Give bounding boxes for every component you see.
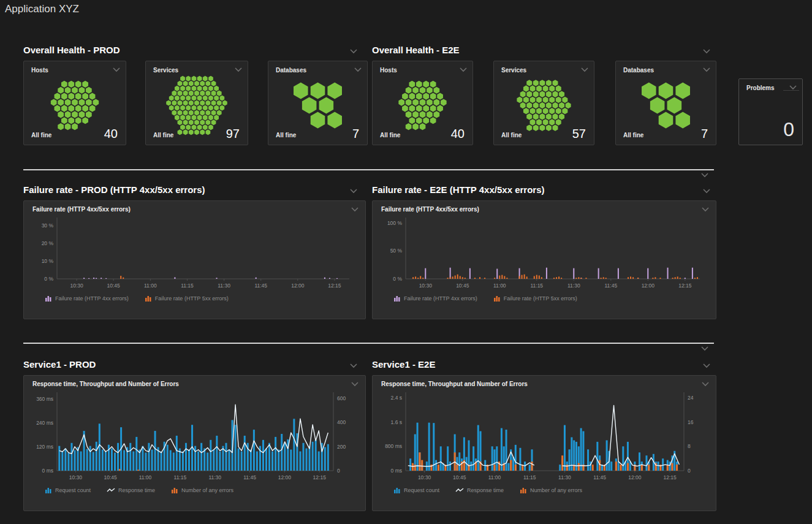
legend-item-bars[interactable]: Request count <box>393 487 439 493</box>
svg-text:11:00: 11:00 <box>144 283 157 289</box>
svg-text:1.6 s: 1.6 s <box>391 419 402 425</box>
svg-text:11:15: 11:15 <box>523 474 536 480</box>
service-chart-e2e[interactable]: 2.4 s1.6 s800 ms0 ms24168010:3010:4511:0… <box>376 387 708 485</box>
svg-text:0 ms: 0 ms <box>391 468 402 474</box>
chevron-down-icon[interactable] <box>701 381 710 387</box>
tile-databases-e2e[interactable]: Databases All fine 7 <box>615 61 716 145</box>
failure-rate-chart-prod[interactable]: 30 %20 %10 %0 %10:3010:4511:0011:1511:30… <box>28 213 358 294</box>
tile-databases-prod[interactable]: Databases All fine 7 <box>268 61 368 145</box>
tile-label: Services <box>153 67 178 74</box>
svg-text:12:15: 12:15 <box>663 474 677 480</box>
legend-item-bars[interactable]: Request count <box>45 487 91 493</box>
section-divider <box>23 169 714 170</box>
tile-services-e2e[interactable]: Services All fine 57 <box>493 61 594 145</box>
tile-label: Hosts <box>380 67 397 74</box>
tile-services-prod[interactable]: Services All fine 97 <box>145 61 248 145</box>
chevron-down-icon[interactable] <box>459 67 468 72</box>
legend-item-bars[interactable]: Failure rate (HTTP 5xx errors) <box>493 295 577 302</box>
svg-text:360 ms: 360 ms <box>36 396 53 402</box>
legend-label: Failure rate (HTTP 4xx errors) <box>55 295 129 302</box>
legend-item-bars[interactable]: Failure rate (HTTP 5xx errors) <box>145 295 229 302</box>
tile-hosts-prod[interactable]: Hosts All fine 40 <box>23 61 126 145</box>
chevron-down-icon[interactable] <box>701 207 710 212</box>
chevron-down-icon[interactable] <box>351 381 359 387</box>
tile-status: All fine <box>501 132 522 139</box>
line-icon <box>107 487 115 493</box>
svg-text:10:45: 10:45 <box>107 283 121 289</box>
legend-label: Number of any errors <box>530 487 582 493</box>
svg-text:50 %: 50 % <box>390 248 403 254</box>
tile-status: All fine <box>31 132 51 139</box>
svg-text:12:00: 12:00 <box>278 474 292 480</box>
panel-failure-e2e: Failure rate (HTTP 4xx/5xx errors) 100 %… <box>372 200 716 319</box>
chevron-down-icon[interactable] <box>702 188 711 194</box>
legend-item-bars[interactable]: Number of any errors <box>171 487 233 493</box>
chevron-down-icon[interactable] <box>349 48 358 54</box>
chevron-down-icon[interactable] <box>702 48 711 54</box>
svg-text:10:30: 10:30 <box>70 283 83 289</box>
chevron-down-icon[interactable] <box>580 67 589 72</box>
svg-text:0: 0 <box>688 468 691 474</box>
svg-text:10:45: 10:45 <box>456 283 469 289</box>
chevron-down-icon[interactable] <box>234 67 243 72</box>
tile-status: All fine <box>276 132 296 139</box>
bars-icon <box>393 487 401 493</box>
chart-title: Response time, Throughput and Number of … <box>381 381 528 387</box>
chevron-down-icon[interactable] <box>349 363 358 368</box>
legend-label: Failure rate (HTTP 4xx errors) <box>404 295 477 302</box>
bars-icon <box>520 487 527 493</box>
tile-problems[interactable]: Problems 0 <box>738 78 803 145</box>
svg-text:20 %: 20 % <box>42 240 54 246</box>
legend-label: Request count <box>55 487 91 493</box>
section-title-health-prod: Overall Health - PROD <box>23 45 120 55</box>
service-chart-prod[interactable]: 360 ms240 ms120 ms0 ms600400200010:3010:… <box>28 387 358 485</box>
tile-status: All fine <box>153 132 173 139</box>
chevron-down-icon[interactable] <box>354 67 362 72</box>
tile-label: Databases <box>623 67 654 74</box>
svg-text:0: 0 <box>337 468 340 474</box>
legend-item-bars[interactable]: Failure rate (HTTP 4xx errors) <box>45 295 129 302</box>
chevron-down-icon[interactable] <box>112 67 121 72</box>
svg-text:400: 400 <box>337 419 346 425</box>
failure-rate-chart-e2e[interactable]: 100 %50 %0 %10:3010:4511:0011:1511:3011:… <box>376 213 708 294</box>
legend-label: Request count <box>404 487 439 493</box>
chevron-down-icon[interactable] <box>702 363 711 368</box>
chevron-down-icon[interactable] <box>789 85 797 90</box>
svg-text:12:00: 12:00 <box>628 474 642 480</box>
legend-label: Failure rate (HTTP 5xx errors) <box>155 295 229 302</box>
chevron-down-icon[interactable] <box>349 188 358 194</box>
svg-text:2.4 s: 2.4 s <box>391 395 402 401</box>
tile-status: All fine <box>380 132 400 139</box>
tile-count: 57 <box>572 127 586 141</box>
tile-status: All fine <box>623 132 643 139</box>
legend-item-bars[interactable]: Failure rate (HTTP 4xx errors) <box>393 295 477 302</box>
chart-title: Failure rate (HTTP 4xx/5xx errors) <box>381 206 479 213</box>
legend-label: Response time <box>118 487 155 493</box>
chevron-down-icon[interactable] <box>700 172 709 178</box>
problems-sparkline <box>783 90 799 91</box>
tile-hosts-e2e[interactable]: Hosts All fine 40 <box>372 61 473 145</box>
svg-text:800 ms: 800 ms <box>385 443 402 449</box>
svg-text:600: 600 <box>337 395 346 401</box>
chevron-down-icon[interactable] <box>351 207 359 212</box>
legend-label: Failure rate (HTTP 5xx errors) <box>504 295 577 302</box>
bars-icon <box>145 295 152 302</box>
chevron-down-icon[interactable] <box>700 346 709 351</box>
chart-legend: Request countResponse timeNumber of any … <box>24 487 365 493</box>
bars-icon <box>393 295 401 302</box>
svg-text:11:00: 11:00 <box>139 474 152 480</box>
legend-item-line[interactable]: Response time <box>107 487 155 493</box>
legend-item-line[interactable]: Response time <box>455 487 504 493</box>
tile-label: Hosts <box>31 67 48 74</box>
chart-title: Response time, Throughput and Number of … <box>32 381 179 387</box>
svg-text:11:45: 11:45 <box>593 474 606 480</box>
bars-icon <box>493 295 501 302</box>
bars-icon <box>45 295 52 302</box>
section-divider <box>23 343 714 344</box>
svg-text:10 %: 10 % <box>42 258 54 264</box>
svg-text:11:30: 11:30 <box>208 474 221 480</box>
chevron-down-icon[interactable] <box>702 67 711 72</box>
legend-item-bars[interactable]: Number of any errors <box>520 487 582 493</box>
svg-text:11:30: 11:30 <box>558 474 571 480</box>
tile-label: Databases <box>276 67 306 74</box>
